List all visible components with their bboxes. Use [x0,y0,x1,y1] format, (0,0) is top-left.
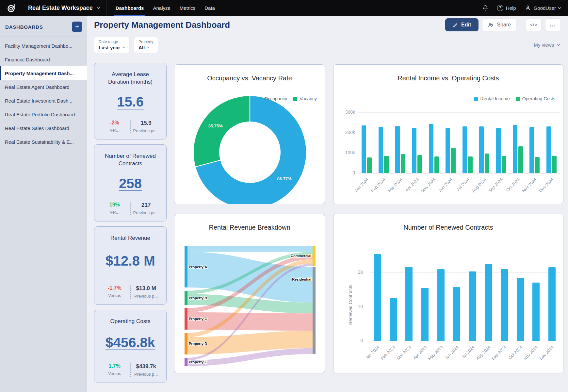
revenue-breakdown-card: Rental Revenue Breakdown Property APrope… [174,214,325,373]
sidebar-item[interactable]: Facility Management Dashbo... [0,39,87,53]
sidebar: DASHBOARDS + Facility Management Dashbo.… [0,16,87,392]
cost-bar[interactable] [434,156,439,173]
kpi-delta-block: 19%Ver... [99,202,130,215]
sankey-node-property-c[interactable] [185,308,187,330]
kpi-footer: -1.7%Versus$13.0 MPrevious p... [99,285,162,299]
renewed-bar[interactable] [469,271,476,341]
user-name: GoodUser [534,5,556,11]
cost-bar[interactable] [367,157,372,173]
filter-value: Last year [99,45,125,50]
cost-bar[interactable] [485,154,489,173]
cost-bar[interactable] [417,155,422,173]
occupancy-donut-chart[interactable]: 86.77%35.75% [174,65,325,204]
income-bar[interactable] [412,128,416,173]
y-axis-tick: 0 [336,170,355,175]
renewed-bar[interactable] [532,283,540,341]
donut-value-label: 86.77% [277,176,292,181]
kpi-value: 15.6 [99,90,162,113]
share-button[interactable]: Share [482,18,516,31]
income-bar[interactable] [479,126,484,173]
main-area: Property Management Dashboard Edit Share… [87,16,568,392]
add-dashboard-button[interactable]: + [72,22,82,32]
income-bar[interactable] [546,126,551,173]
sankey-node-property-e[interactable] [185,358,187,366]
workspace-switcher[interactable]: Real Estate Workspace [22,0,106,16]
nav-data[interactable]: Data [200,0,219,16]
sidebar-item[interactable]: Real Estate Sales Dashboard [0,121,87,135]
filter-chip-date-range[interactable]: Date rangeLast year [94,37,129,53]
sidebar-item[interactable]: Real Estate Portfolio Dashboard [0,107,87,121]
legend-item: Rental Income [474,96,510,101]
nav-dashboards[interactable]: Dashboards [111,0,149,16]
workspace-name: Real Estate Workspace [28,5,93,11]
cost-bar[interactable] [401,154,405,173]
my-views-dropdown[interactable]: My views [534,42,560,48]
renewed-bar[interactable] [437,269,445,341]
filter-chip-property[interactable]: PropertyAll [134,37,158,53]
gridline [369,272,560,273]
edit-button[interactable]: Edit [445,18,479,31]
cost-bar[interactable] [384,156,389,173]
cost-bar[interactable] [535,157,540,173]
income-bar[interactable] [379,127,383,173]
cost-bar[interactable] [518,146,523,173]
kpi-delta-block: -1.7%Versus [99,285,130,299]
renewed-bar[interactable] [405,267,413,341]
sankey-node-property-a[interactable] [185,246,187,287]
sankey-flow-C-to-residential[interactable] [187,312,313,331]
sidebar-item[interactable]: Property Management Dash... [0,66,87,80]
income-bar[interactable] [513,125,517,173]
embed-code-button[interactable]: </> [526,18,542,31]
sankey-flow-A-to-commercial[interactable] [187,246,313,252]
legend-label: Operating Costs [522,96,555,101]
income-bar[interactable] [496,128,501,173]
sankey-node-label: Property C [189,317,207,321]
kpi-previous-value: $439.7k [131,363,162,370]
sankey-node-residential[interactable] [313,267,316,354]
renewed-bar[interactable] [453,287,460,341]
renewed-bar[interactable] [501,269,508,341]
sidebar-item[interactable]: Real Estate Investment Dash... [0,94,87,107]
income-bar[interactable] [429,124,433,173]
renewed-bar[interactable] [485,264,492,341]
income-bar[interactable] [362,125,366,173]
sankey-node-property-b[interactable] [185,291,187,305]
user-menu[interactable]: GoodUser [525,5,561,11]
topbar-divider [106,0,106,16]
app-logo[interactable] [0,0,22,16]
cost-bar[interactable] [468,156,473,173]
sankey-node-property-d[interactable] [185,333,187,354]
renewed-bar[interactable] [517,278,524,341]
y-axis-tick: 200k [336,130,355,135]
kpi-column: Average Lease Duration (months)15.6-2%Ve… [94,63,167,383]
sidebar-item[interactable]: Real Estate Agent Dashboard [0,80,87,94]
help-button[interactable]: ? Help [497,5,516,11]
renewed-bar[interactable] [421,288,429,341]
kpi-value: $456.8k [99,330,162,354]
nav-analyze[interactable]: Analyze [148,0,175,16]
nav-metrics[interactable]: Metrics [175,0,200,16]
y-axis-tick: 300k [336,109,355,115]
notifications-button[interactable] [482,5,489,11]
revenue-sankey-diagram[interactable]: Property AProperty BProperty CProperty D… [174,237,325,370]
people-icon [488,22,494,28]
income-bar[interactable] [446,128,450,173]
income-bar[interactable] [463,126,467,173]
kpi-previous-value: 15.9 [131,120,162,126]
more-options-button[interactable]: ... [545,18,561,31]
renewed-bar[interactable] [374,254,381,341]
chevron-down-icon [557,43,560,46]
kpi-delta-value: 1.7% [99,363,130,369]
cost-bar[interactable] [552,156,557,173]
renewed-bar[interactable] [548,267,556,341]
sidebar-item[interactable]: Financial Dashboard [0,53,87,66]
income-bar[interactable] [529,127,534,173]
sidebar-item[interactable]: Real Estate Sustainability & E... [0,135,87,149]
income-bar[interactable] [395,126,400,173]
chart-title: Occupancy vs. Vacancy Rate [174,74,325,82]
renewed-bar[interactable] [390,298,397,341]
sankey-node-commercial[interactable] [313,246,316,266]
cost-bar[interactable] [502,156,506,173]
chevron-down-icon [122,45,125,48]
cost-bar[interactable] [451,148,456,173]
